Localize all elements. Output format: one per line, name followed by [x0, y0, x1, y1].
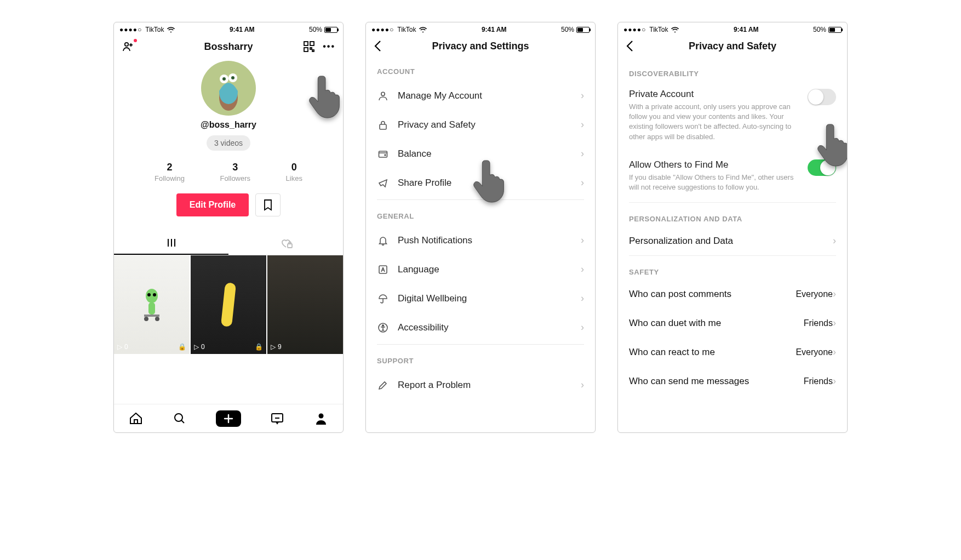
row-label: Privacy and Safety: [398, 119, 572, 130]
following-count: 2: [167, 162, 172, 173]
accessibility-icon: [377, 322, 389, 333]
chevron-right-icon: ›: [581, 379, 584, 391]
row-value: Everyone: [796, 289, 833, 299]
svg-rect-16: [144, 315, 159, 317]
video-thumb[interactable]: ▷9: [267, 255, 343, 354]
row-value: Everyone: [796, 347, 833, 357]
tabbar-inbox[interactable]: [270, 412, 285, 426]
stat-following[interactable]: 2 Following: [155, 162, 185, 182]
row-digital-wellbeing[interactable]: Digital Wellbeing ›: [366, 284, 595, 313]
tabbar-create[interactable]: [216, 410, 241, 427]
qr-icon[interactable]: [303, 41, 315, 53]
back-button[interactable]: [374, 40, 382, 52]
page-title: Bossharry: [141, 41, 316, 53]
private-account-toggle[interactable]: [808, 89, 836, 105]
video-thumb[interactable]: ▷0 🔒: [191, 255, 266, 354]
section-header-safety: SAFETY: [629, 268, 836, 279]
row-privacy-safety[interactable]: Privacy and Safety ›: [366, 110, 595, 139]
chevron-right-icon: ›: [581, 90, 584, 101]
carrier-label: TikTok: [649, 26, 668, 33]
row-label: Report a Problem: [398, 380, 572, 391]
videos-count-pill[interactable]: 3 videos: [207, 135, 250, 151]
umbrella-icon: [377, 293, 389, 304]
row-label: Share Profile: [398, 178, 572, 188]
row-label: Language: [398, 264, 572, 275]
add-friend-icon[interactable]: [122, 40, 135, 53]
svg-point-19: [175, 414, 182, 421]
find-me-toggle[interactable]: [808, 159, 836, 176]
avatar[interactable]: [201, 61, 256, 116]
row-share-profile[interactable]: Share Profile ›: [366, 168, 595, 197]
privacy-navbar: Privacy and Safety: [618, 35, 847, 58]
play-count: 9: [278, 343, 282, 351]
tabbar-me[interactable]: [313, 412, 329, 426]
row-who-react[interactable]: Who can react to me Everyone›: [629, 338, 836, 367]
bookmark-icon: [263, 199, 273, 211]
language-icon: [377, 264, 389, 275]
following-label: Following: [155, 174, 185, 182]
video-thumb[interactable]: ▷0 🔒: [114, 255, 190, 354]
heart-lock-icon: [279, 238, 293, 249]
row-label: Digital Wellbeing: [398, 293, 572, 304]
tabbar-discover[interactable]: [172, 412, 187, 426]
svg-point-0: [125, 43, 128, 46]
lock-icon: [377, 119, 389, 130]
battery-percent: 50%: [309, 26, 322, 33]
svg-point-18: [155, 317, 159, 321]
wifi-icon: [419, 27, 427, 33]
tab-liked[interactable]: [228, 232, 343, 255]
followers-label: Followers: [220, 174, 250, 182]
signal-dots: ●●●●○: [623, 26, 646, 33]
status-bar: ●●●●○ TikTok 9:41 AM 50%: [114, 22, 343, 35]
row-report-problem[interactable]: Report a Problem ›: [366, 370, 595, 399]
chevron-left-icon: [626, 40, 634, 52]
row-who-duet[interactable]: Who can duet with me Friends›: [629, 308, 836, 338]
chevron-right-icon: ›: [581, 148, 584, 159]
plus-icon: [224, 414, 233, 424]
row-who-message[interactable]: Who can send me messages Friends›: [629, 367, 836, 396]
row-label: Balance: [398, 148, 572, 159]
stat-likes[interactable]: 0 Likes: [286, 162, 302, 182]
lock-icon: 🔒: [255, 343, 263, 351]
section-header-support: SUPPORT: [366, 347, 595, 370]
row-label: Who can post comments: [629, 289, 731, 300]
wifi-icon: [671, 27, 679, 33]
row-label: Personalization and Data: [629, 236, 733, 247]
chevron-right-icon: ›: [581, 235, 584, 246]
row-manage-account[interactable]: Manage My Account ›: [366, 81, 595, 110]
inbox-icon: [270, 412, 284, 426]
signal-dots: ●●●●○: [371, 26, 394, 33]
carrier-label: TikTok: [397, 26, 416, 33]
tab-grid[interactable]: [114, 232, 228, 255]
grid-icon: [166, 237, 177, 248]
row-label: Manage My Account: [398, 90, 572, 101]
status-bar: ●●●●○ TikTok 9:41 AM 50%: [618, 22, 847, 35]
edit-profile-button[interactable]: Edit Profile: [176, 193, 249, 216]
tabbar-home[interactable]: [128, 412, 144, 426]
bookmark-button[interactable]: [255, 193, 281, 216]
row-language[interactable]: Language ›: [366, 255, 595, 284]
svg-rect-5: [312, 50, 314, 52]
svg-point-8: [222, 77, 226, 81]
row-label: Who can send me messages: [629, 376, 749, 387]
private-account-label: Private Account: [629, 89, 800, 100]
stat-followers[interactable]: 3 Followers: [220, 162, 250, 182]
battery-percent: 50%: [813, 26, 826, 33]
row-personalization-data[interactable]: Personalization and Data ›: [629, 226, 836, 255]
row-balance[interactable]: Balance ›: [366, 139, 595, 168]
clock: 9:41 AM: [734, 26, 759, 33]
more-icon[interactable]: •••: [323, 42, 335, 52]
person-outline-icon: [377, 90, 389, 101]
svg-rect-11: [288, 244, 292, 248]
find-me-label: Allow Others to Find Me: [629, 159, 800, 170]
row-accessibility[interactable]: Accessibility ›: [366, 313, 595, 342]
chevron-right-icon: ›: [581, 322, 584, 333]
svg-rect-26: [379, 266, 387, 273]
row-push-notifications[interactable]: Push Notifications ›: [366, 226, 595, 255]
lock-icon: 🔒: [178, 343, 186, 351]
svg-point-28: [382, 324, 384, 326]
row-label: Who can react to me: [629, 347, 715, 358]
row-who-comments[interactable]: Who can post comments Everyone›: [629, 279, 836, 308]
back-button[interactable]: [626, 40, 634, 52]
svg-rect-23: [380, 124, 386, 129]
